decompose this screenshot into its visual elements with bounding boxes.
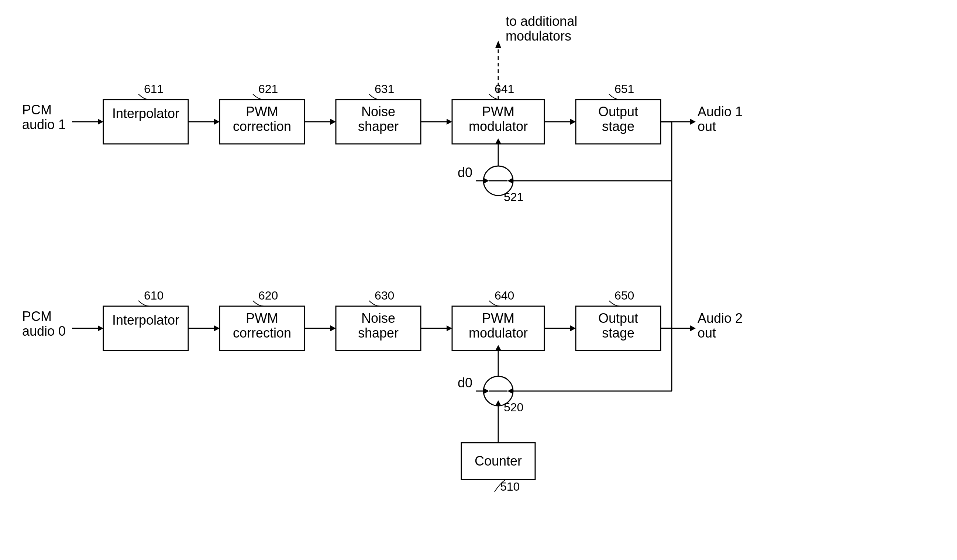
svg-marker-39 <box>507 178 513 184</box>
block-640-label2: modulator <box>469 325 528 341</box>
svg-marker-19 <box>447 325 452 331</box>
ref-650: 650 <box>614 289 634 302</box>
ref-611: 611 <box>144 82 164 96</box>
block-621-label: PWM <box>246 104 278 119</box>
block-650-label2: stage <box>602 325 635 341</box>
svg-marker-35 <box>495 400 501 406</box>
ref-620: 620 <box>258 289 278 302</box>
ref-631: 631 <box>374 82 394 96</box>
block-641-label2: modulator <box>469 119 528 134</box>
audio-1-out-label: Audio 1 <box>698 104 742 119</box>
audio-2-out-label: Audio 2 <box>698 311 742 326</box>
diagram-container: PCM audio 1 Interpolator 611 PWM correct… <box>0 0 957 560</box>
d0-top-label: d0 <box>458 165 472 180</box>
block-641-label: PWM <box>482 104 515 119</box>
pcm-audio-1-label: PCM <box>22 102 52 117</box>
svg-marker-17 <box>330 325 336 331</box>
pcm-audio-0-label2: audio 0 <box>22 323 66 339</box>
ref-520: 520 <box>504 401 523 414</box>
block-621-label2: correction <box>233 119 291 134</box>
pcm-audio-1-label2: audio 1 <box>22 117 66 132</box>
d0-bottom-label: d0 <box>458 375 472 390</box>
ref-610: 610 <box>144 289 164 302</box>
block-610-label: Interpolator <box>112 312 179 328</box>
svg-marker-13 <box>98 325 103 331</box>
pcm-audio-0-label: PCM <box>22 309 52 324</box>
ref-641: 641 <box>494 82 514 96</box>
svg-marker-26 <box>495 138 501 144</box>
ref-651: 651 <box>614 82 634 96</box>
block-640-label: PWM <box>482 311 515 326</box>
block-611-label: Interpolator <box>112 106 179 121</box>
block-620-label: PWM <box>246 311 278 326</box>
block-631-label: Noise <box>361 104 395 119</box>
block-650-label: Output <box>598 311 638 326</box>
counter-label: Counter <box>475 453 522 469</box>
svg-marker-11 <box>690 119 696 125</box>
block-651-label: Output <box>598 104 638 119</box>
block-620-label2: correction <box>233 325 291 341</box>
svg-marker-43 <box>507 388 513 394</box>
audio-2-out-label2: out <box>698 325 716 341</box>
ref-621: 621 <box>258 82 278 96</box>
svg-marker-3 <box>214 119 220 125</box>
svg-marker-7 <box>447 119 452 125</box>
additional-modulators-label: to additional <box>505 14 577 29</box>
block-630-label2: shaper <box>358 325 399 341</box>
ref-630: 630 <box>374 289 394 302</box>
svg-marker-33 <box>483 388 489 394</box>
svg-marker-9 <box>570 119 576 125</box>
ref-521: 521 <box>504 190 523 203</box>
svg-marker-21 <box>570 325 576 331</box>
block-630-label: Noise <box>361 311 395 326</box>
svg-marker-28 <box>483 178 489 184</box>
audio-1-out-label2: out <box>698 119 716 134</box>
svg-marker-5 <box>330 119 336 125</box>
svg-marker-23 <box>690 325 696 331</box>
svg-marker-44 <box>495 41 501 48</box>
block-651-label2: stage <box>602 119 635 134</box>
svg-marker-1 <box>98 119 103 125</box>
svg-marker-15 <box>214 325 220 331</box>
block-631-label2: shaper <box>358 119 399 134</box>
svg-marker-31 <box>495 345 501 350</box>
ref-640: 640 <box>494 289 514 302</box>
additional-modulators-label2: modulators <box>505 28 571 44</box>
